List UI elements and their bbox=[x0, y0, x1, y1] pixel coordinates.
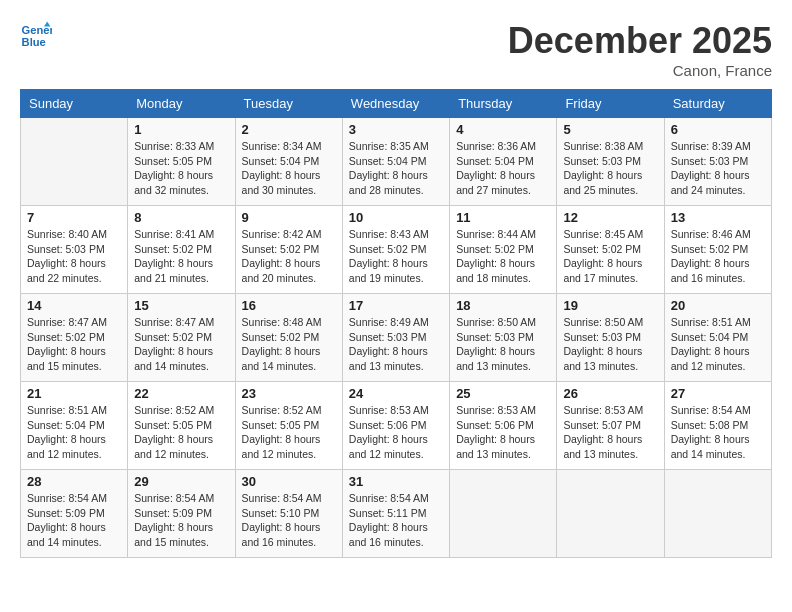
calendar-week-row: 14Sunrise: 8:47 AMSunset: 5:02 PMDayligh… bbox=[21, 294, 772, 382]
calendar-week-row: 28Sunrise: 8:54 AMSunset: 5:09 PMDayligh… bbox=[21, 470, 772, 558]
day-number: 19 bbox=[563, 298, 657, 313]
calendar-day-cell: 3Sunrise: 8:35 AMSunset: 5:04 PMDaylight… bbox=[342, 118, 449, 206]
day-info: Sunrise: 8:53 AMSunset: 5:06 PMDaylight:… bbox=[456, 403, 550, 462]
day-info: Sunrise: 8:47 AMSunset: 5:02 PMDaylight:… bbox=[134, 315, 228, 374]
day-info: Sunrise: 8:39 AMSunset: 5:03 PMDaylight:… bbox=[671, 139, 765, 198]
day-number: 4 bbox=[456, 122, 550, 137]
calendar-day-cell: 5Sunrise: 8:38 AMSunset: 5:03 PMDaylight… bbox=[557, 118, 664, 206]
day-info: Sunrise: 8:52 AMSunset: 5:05 PMDaylight:… bbox=[134, 403, 228, 462]
weekday-header-cell: Monday bbox=[128, 90, 235, 118]
weekday-header-cell: Saturday bbox=[664, 90, 771, 118]
weekday-header-cell: Wednesday bbox=[342, 90, 449, 118]
day-number: 14 bbox=[27, 298, 121, 313]
day-info: Sunrise: 8:54 AMSunset: 5:11 PMDaylight:… bbox=[349, 491, 443, 550]
weekday-header-cell: Sunday bbox=[21, 90, 128, 118]
calendar-day-cell: 15Sunrise: 8:47 AMSunset: 5:02 PMDayligh… bbox=[128, 294, 235, 382]
day-info: Sunrise: 8:54 AMSunset: 5:08 PMDaylight:… bbox=[671, 403, 765, 462]
day-number: 16 bbox=[242, 298, 336, 313]
day-number: 15 bbox=[134, 298, 228, 313]
calendar-day-cell: 28Sunrise: 8:54 AMSunset: 5:09 PMDayligh… bbox=[21, 470, 128, 558]
day-number: 24 bbox=[349, 386, 443, 401]
day-info: Sunrise: 8:40 AMSunset: 5:03 PMDaylight:… bbox=[27, 227, 121, 286]
day-info: Sunrise: 8:50 AMSunset: 5:03 PMDaylight:… bbox=[563, 315, 657, 374]
calendar-day-cell bbox=[450, 470, 557, 558]
calendar-day-cell: 25Sunrise: 8:53 AMSunset: 5:06 PMDayligh… bbox=[450, 382, 557, 470]
day-number: 27 bbox=[671, 386, 765, 401]
day-number: 30 bbox=[242, 474, 336, 489]
calendar-day-cell: 19Sunrise: 8:50 AMSunset: 5:03 PMDayligh… bbox=[557, 294, 664, 382]
calendar-day-cell: 31Sunrise: 8:54 AMSunset: 5:11 PMDayligh… bbox=[342, 470, 449, 558]
calendar-day-cell: 6Sunrise: 8:39 AMSunset: 5:03 PMDaylight… bbox=[664, 118, 771, 206]
day-info: Sunrise: 8:38 AMSunset: 5:03 PMDaylight:… bbox=[563, 139, 657, 198]
day-number: 31 bbox=[349, 474, 443, 489]
calendar-day-cell: 11Sunrise: 8:44 AMSunset: 5:02 PMDayligh… bbox=[450, 206, 557, 294]
day-number: 6 bbox=[671, 122, 765, 137]
calendar-week-row: 21Sunrise: 8:51 AMSunset: 5:04 PMDayligh… bbox=[21, 382, 772, 470]
day-info: Sunrise: 8:49 AMSunset: 5:03 PMDaylight:… bbox=[349, 315, 443, 374]
day-number: 10 bbox=[349, 210, 443, 225]
calendar-day-cell: 10Sunrise: 8:43 AMSunset: 5:02 PMDayligh… bbox=[342, 206, 449, 294]
day-number: 25 bbox=[456, 386, 550, 401]
calendar-day-cell: 22Sunrise: 8:52 AMSunset: 5:05 PMDayligh… bbox=[128, 382, 235, 470]
month-year-title: December 2025 bbox=[508, 20, 772, 62]
calendar-day-cell: 2Sunrise: 8:34 AMSunset: 5:04 PMDaylight… bbox=[235, 118, 342, 206]
calendar-week-row: 7Sunrise: 8:40 AMSunset: 5:03 PMDaylight… bbox=[21, 206, 772, 294]
calendar-table: SundayMondayTuesdayWednesdayThursdayFrid… bbox=[20, 89, 772, 558]
calendar-day-cell: 18Sunrise: 8:50 AMSunset: 5:03 PMDayligh… bbox=[450, 294, 557, 382]
calendar-day-cell: 4Sunrise: 8:36 AMSunset: 5:04 PMDaylight… bbox=[450, 118, 557, 206]
day-info: Sunrise: 8:53 AMSunset: 5:06 PMDaylight:… bbox=[349, 403, 443, 462]
weekday-header-cell: Thursday bbox=[450, 90, 557, 118]
day-number: 9 bbox=[242, 210, 336, 225]
calendar-day-cell: 7Sunrise: 8:40 AMSunset: 5:03 PMDaylight… bbox=[21, 206, 128, 294]
logo-icon: General Blue bbox=[20, 20, 52, 52]
calendar-day-cell: 9Sunrise: 8:42 AMSunset: 5:02 PMDaylight… bbox=[235, 206, 342, 294]
day-info: Sunrise: 8:46 AMSunset: 5:02 PMDaylight:… bbox=[671, 227, 765, 286]
day-number: 8 bbox=[134, 210, 228, 225]
calendar-day-cell: 23Sunrise: 8:52 AMSunset: 5:05 PMDayligh… bbox=[235, 382, 342, 470]
day-info: Sunrise: 8:54 AMSunset: 5:09 PMDaylight:… bbox=[27, 491, 121, 550]
calendar-day-cell: 13Sunrise: 8:46 AMSunset: 5:02 PMDayligh… bbox=[664, 206, 771, 294]
day-number: 5 bbox=[563, 122, 657, 137]
calendar-body: 1Sunrise: 8:33 AMSunset: 5:05 PMDaylight… bbox=[21, 118, 772, 558]
day-info: Sunrise: 8:42 AMSunset: 5:02 PMDaylight:… bbox=[242, 227, 336, 286]
day-number: 17 bbox=[349, 298, 443, 313]
day-number: 26 bbox=[563, 386, 657, 401]
weekday-header-row: SundayMondayTuesdayWednesdayThursdayFrid… bbox=[21, 90, 772, 118]
calendar-day-cell: 26Sunrise: 8:53 AMSunset: 5:07 PMDayligh… bbox=[557, 382, 664, 470]
calendar-week-row: 1Sunrise: 8:33 AMSunset: 5:05 PMDaylight… bbox=[21, 118, 772, 206]
day-number: 28 bbox=[27, 474, 121, 489]
day-number: 7 bbox=[27, 210, 121, 225]
day-info: Sunrise: 8:52 AMSunset: 5:05 PMDaylight:… bbox=[242, 403, 336, 462]
day-number: 18 bbox=[456, 298, 550, 313]
day-info: Sunrise: 8:36 AMSunset: 5:04 PMDaylight:… bbox=[456, 139, 550, 198]
calendar-day-cell: 1Sunrise: 8:33 AMSunset: 5:05 PMDaylight… bbox=[128, 118, 235, 206]
calendar-day-cell bbox=[21, 118, 128, 206]
calendar-day-cell bbox=[664, 470, 771, 558]
svg-text:Blue: Blue bbox=[22, 36, 46, 48]
day-number: 3 bbox=[349, 122, 443, 137]
calendar-day-cell: 20Sunrise: 8:51 AMSunset: 5:04 PMDayligh… bbox=[664, 294, 771, 382]
location-label: Canon, France bbox=[508, 62, 772, 79]
day-number: 29 bbox=[134, 474, 228, 489]
day-number: 20 bbox=[671, 298, 765, 313]
calendar-day-cell: 27Sunrise: 8:54 AMSunset: 5:08 PMDayligh… bbox=[664, 382, 771, 470]
day-number: 1 bbox=[134, 122, 228, 137]
day-info: Sunrise: 8:51 AMSunset: 5:04 PMDaylight:… bbox=[671, 315, 765, 374]
calendar-day-cell: 16Sunrise: 8:48 AMSunset: 5:02 PMDayligh… bbox=[235, 294, 342, 382]
day-number: 2 bbox=[242, 122, 336, 137]
day-info: Sunrise: 8:34 AMSunset: 5:04 PMDaylight:… bbox=[242, 139, 336, 198]
weekday-header-cell: Friday bbox=[557, 90, 664, 118]
day-info: Sunrise: 8:54 AMSunset: 5:10 PMDaylight:… bbox=[242, 491, 336, 550]
title-area: December 2025 Canon, France bbox=[508, 20, 772, 79]
day-info: Sunrise: 8:48 AMSunset: 5:02 PMDaylight:… bbox=[242, 315, 336, 374]
page-header: General Blue December 2025 Canon, France bbox=[20, 20, 772, 79]
weekday-header-cell: Tuesday bbox=[235, 90, 342, 118]
calendar-day-cell: 30Sunrise: 8:54 AMSunset: 5:10 PMDayligh… bbox=[235, 470, 342, 558]
logo: General Blue bbox=[20, 20, 52, 52]
day-info: Sunrise: 8:33 AMSunset: 5:05 PMDaylight:… bbox=[134, 139, 228, 198]
calendar-day-cell: 24Sunrise: 8:53 AMSunset: 5:06 PMDayligh… bbox=[342, 382, 449, 470]
calendar-day-cell: 8Sunrise: 8:41 AMSunset: 5:02 PMDaylight… bbox=[128, 206, 235, 294]
day-info: Sunrise: 8:47 AMSunset: 5:02 PMDaylight:… bbox=[27, 315, 121, 374]
day-number: 21 bbox=[27, 386, 121, 401]
day-number: 23 bbox=[242, 386, 336, 401]
